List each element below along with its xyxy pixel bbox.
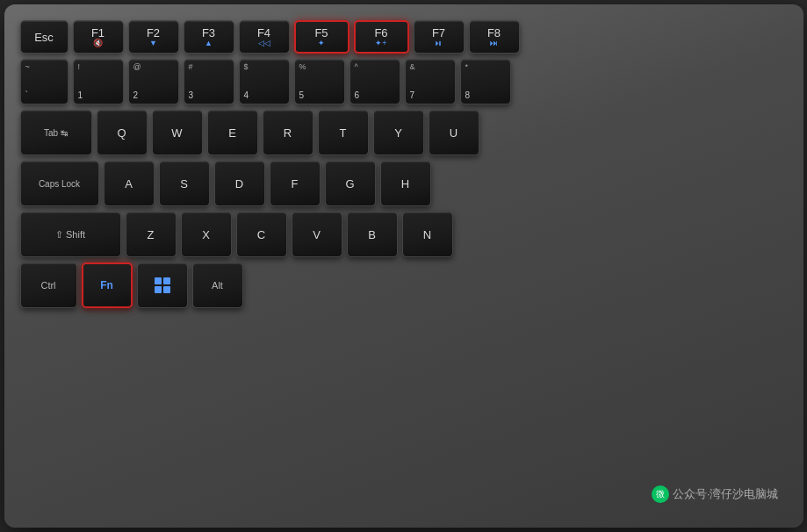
- keyboard: Esc F1 🔇 F2 ▼ F3 ▲ F4 ◁◁ F5 ✦ F6 ✦+ F7 ⏯: [4, 4, 803, 528]
- key-u[interactable]: U: [429, 110, 479, 155]
- key-fn[interactable]: Fn: [82, 262, 133, 308]
- key-w[interactable]: W: [152, 110, 203, 155]
- key-y[interactable]: Y: [373, 110, 424, 155]
- key-t[interactable]: T: [318, 110, 369, 155]
- key-4[interactable]: $ 4: [239, 59, 290, 104]
- key-x[interactable]: X: [181, 212, 232, 257]
- key-tab[interactable]: Tab ↹: [20, 110, 92, 155]
- key-f6[interactable]: F6 ✦+: [354, 20, 409, 54]
- key-f5[interactable]: F5 ✦: [294, 20, 349, 54]
- key-alt[interactable]: Alt: [192, 262, 243, 308]
- key-n[interactable]: N: [402, 212, 453, 257]
- key-f4[interactable]: F4 ◁◁: [239, 20, 290, 54]
- key-f3[interactable]: F3 ▲: [184, 20, 234, 54]
- key-f2[interactable]: F2 ▼: [128, 20, 179, 54]
- windows-icon: [154, 277, 171, 294]
- key-f8[interactable]: F8 ⏭: [469, 20, 520, 54]
- key-b[interactable]: B: [347, 212, 398, 257]
- key-f7[interactable]: F7 ⏯: [414, 20, 465, 54]
- key-q[interactable]: Q: [97, 110, 148, 155]
- svg-rect-0: [155, 277, 162, 284]
- key-6[interactable]: ^ 6: [349, 59, 400, 104]
- key-7[interactable]: & 7: [405, 59, 456, 104]
- svg-rect-3: [163, 286, 170, 293]
- key-3[interactable]: # 3: [184, 59, 234, 104]
- key-1[interactable]: ! 1: [73, 59, 124, 104]
- top-row: Tab ↹ Q W E R T Y U: [20, 110, 788, 155]
- key-f[interactable]: F: [270, 161, 321, 206]
- key-shift[interactable]: ⇧ Shift: [20, 212, 121, 257]
- svg-rect-2: [155, 286, 162, 293]
- key-d[interactable]: D: [214, 161, 265, 206]
- key-r[interactable]: R: [263, 110, 313, 155]
- key-5[interactable]: % 5: [294, 59, 345, 104]
- key-c[interactable]: C: [236, 212, 287, 257]
- key-v[interactable]: V: [292, 212, 342, 257]
- num-row: ~ ` ! 1 @ 2 # 3 $ 4 % 5 ^ 6 & 7: [20, 59, 788, 104]
- key-tilde[interactable]: ~ `: [20, 59, 68, 104]
- key-g[interactable]: G: [325, 161, 376, 206]
- ctrl-row: Ctrl Fn Alt: [20, 262, 788, 308]
- key-z[interactable]: Z: [126, 212, 177, 257]
- key-2[interactable]: @ 2: [128, 59, 179, 104]
- key-ctrl[interactable]: Ctrl: [20, 262, 77, 308]
- watermark-text: 公众号·湾仔沙电脑城: [673, 486, 779, 502]
- key-8[interactable]: * 8: [460, 59, 511, 104]
- wechat-icon: 微: [652, 485, 669, 503]
- key-capslock[interactable]: Caps Lock: [20, 161, 99, 206]
- mid-row: Caps Lock A S D F G H: [20, 161, 788, 206]
- fn-row: Esc F1 🔇 F2 ▼ F3 ▲ F4 ◁◁ F5 ✦ F6 ✦+ F7 ⏯: [20, 20, 788, 54]
- svg-rect-1: [163, 277, 170, 284]
- key-s[interactable]: S: [159, 161, 210, 206]
- key-e[interactable]: E: [207, 110, 258, 155]
- watermark: 微 公众号·湾仔沙电脑城: [652, 485, 779, 503]
- key-win[interactable]: [137, 262, 188, 308]
- bot-row: ⇧ Shift Z X C V B N: [20, 212, 788, 257]
- key-a[interactable]: A: [104, 161, 155, 206]
- key-f1[interactable]: F1 🔇: [73, 20, 124, 54]
- key-h[interactable]: H: [380, 161, 431, 206]
- key-esc[interactable]: Esc: [20, 20, 68, 54]
